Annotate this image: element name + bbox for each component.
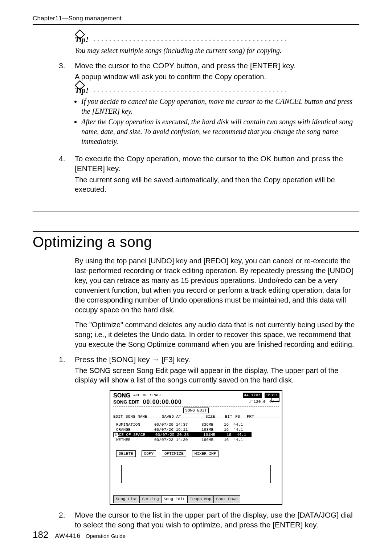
lcd-tabs: Song ListSettingSong EditTempo MapShut D… [113,495,279,503]
lcd-tab: Shut Down [213,495,240,503]
lcd-screenshot: SONG ACE OF SPACE 44.1kHz 16bit SONG EDI… [110,390,282,505]
paragraph-1: By using the top panel [UNDO] key and [R… [75,256,359,315]
tip-icon: Tip! [75,34,89,45]
paragraph-2: The "Optimize" command deletes any audio… [75,320,359,349]
tip-dots [92,40,288,41]
page-number: 182 [33,528,48,541]
lcd-tab: Setting [139,495,161,503]
lcd-edit-flag: E [113,432,118,437]
step-1-head: Press the [SONG] key → [F3] key. [75,355,359,364]
step-4-number: 4. [59,154,68,194]
step-3-head: Move the cursor to the COPY button, and … [75,61,359,70]
lcd-row: RUMINATION00/07/29 14:37336MB1644.1 [116,422,277,427]
tip-1-text: You may select multiple songs (including… [75,46,359,56]
lcd-song-title: ACE OF SPACE [133,393,162,398]
page-footer: 182 AW4416 Operation Guide [33,528,126,541]
lcd-rate: 44.1kHz [243,393,262,398]
lcd-tab: Song Edit [161,495,188,503]
lcd-buttons: DELETECOPYOPTIMIZEMIXER IMP [116,450,219,457]
lcd-row: ORANGE00/07/26 19:11163MB1644.1 [116,427,277,432]
lcd-corner-icon: M [271,393,279,402]
lcd-tempo: ♩=120.0 [249,399,265,405]
lcd-tab: Song List [113,495,140,503]
lcd-button: OPTIMIZE [162,450,186,457]
lcd-song-label: SONG [113,392,130,400]
lcd-edit-tab: SONG EDIT [183,408,208,414]
step-2-number: 2. [59,510,68,531]
lcd-row: ACE OF SPACE00/07/25 20:38161MB1644.1 [116,432,277,437]
step-3-number: 3. [59,61,68,149]
lcd-song-list: RUMINATION00/07/29 14:37336MB1644.1ORANG… [116,422,277,442]
lcd-button: COPY [142,450,156,457]
tip-icon: Tip! [75,85,89,96]
lcd-tab: Tempo Map [187,495,214,503]
footer-text: Operation Guide [83,533,126,539]
lcd-row: WETHER00/07/23 14:30166MB1644.1 [116,437,277,442]
lcd-time: 00:00:00.000 [143,398,182,406]
lcd-button: DELETE [116,450,136,457]
step-4-para: The current song will be saved automatic… [75,175,359,194]
section-title: Optimizing a song [33,231,359,251]
lcd-message-box [121,465,271,483]
tip-2-body: If you decide to cancel the Copy operati… [75,97,359,146]
lcd-button: MIXER IMP [192,450,219,457]
arrow-icon: → [152,355,159,364]
tip-dots [92,90,288,92]
step-1-number: 1. [59,355,68,385]
lcd-song-edit-label: SONG EDIT [113,399,139,405]
step-1-para: The SONG screen Song Edit page will appe… [75,366,359,385]
step-2-head: Move the cursor to the list in the upper… [75,510,359,530]
tip-1: Tip! [75,34,359,45]
product-logo: AW4416 [55,532,81,539]
chapter-header: Chapter11—Song management [33,15,359,25]
step-3-para: A popup window will ask you to confirm t… [75,72,359,81]
tip-2: Tip! [75,85,359,96]
step-4-head: To execute the Copy operation, move the … [75,154,359,174]
